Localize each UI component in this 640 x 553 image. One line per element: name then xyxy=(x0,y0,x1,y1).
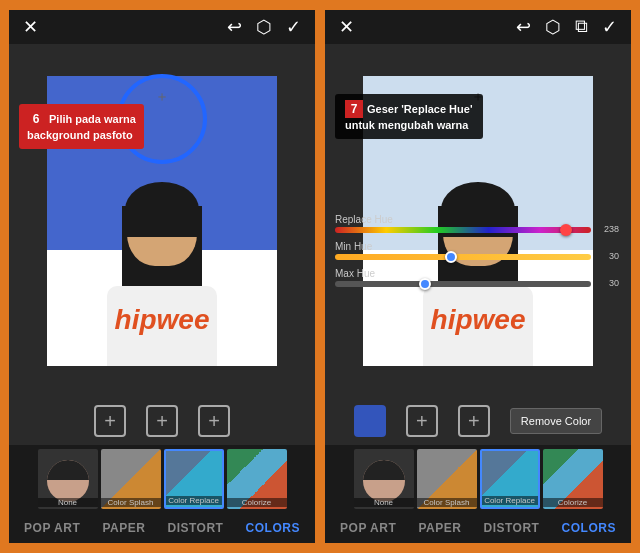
thumb-label-colorize-left: Colorize xyxy=(227,498,287,507)
thumbnails-right: None Color Splash Color Replace Colorize xyxy=(325,445,631,513)
check-icon-left[interactable]: ✓ xyxy=(286,16,301,38)
thumb-label-replace-left: Color Replace xyxy=(166,496,222,505)
tooltip-right: 7Geser 'Replace Hue'untuk mengubah warna xyxy=(335,94,483,139)
slider-value-min-hue: 30 xyxy=(609,251,619,261)
close-icon-right[interactable]: ✕ xyxy=(339,16,354,38)
bottom-tabs-right: POP ART PAPER DISTORT COLORS xyxy=(325,513,631,543)
tab-pop-art-left[interactable]: POP ART xyxy=(24,521,80,535)
tab-paper-left[interactable]: PAPER xyxy=(102,521,145,535)
hipwee-logo-left: hipwee xyxy=(115,304,210,336)
slider-row-max-hue: Max Hue 30 xyxy=(335,268,621,287)
shape-icon-left[interactable]: ⬡ xyxy=(256,16,272,38)
close-icon-left[interactable]: ✕ xyxy=(23,16,38,38)
thumbnails-left: None Color Splash Color Replace Colorize xyxy=(9,445,315,513)
slider-thumb-min-hue[interactable] xyxy=(445,251,457,263)
step-badge-right: 7 xyxy=(345,100,363,118)
sliders-area: Replace Hue 238 Min Hue 30 Max Hue xyxy=(335,214,621,295)
top-bar-right-icons-right: ↩ ⬡ ⧉ ✓ xyxy=(516,16,617,38)
add-button-right-2[interactable]: + xyxy=(458,405,490,437)
thumb-face-left xyxy=(47,460,89,502)
thumb-label-colorize-right: Colorize xyxy=(543,498,603,507)
thumb-label-none-right: None xyxy=(354,498,414,507)
thumb-replace-right[interactable]: Color Replace xyxy=(480,449,540,509)
top-bar-right: ✕ ↩ ⬡ ⧉ ✓ xyxy=(325,10,631,44)
slider-track-max-hue[interactable] xyxy=(335,281,591,287)
bottom-tabs-left: POP ART PAPER DISTORT COLORS xyxy=(9,513,315,543)
tab-pop-art-right[interactable]: POP ART xyxy=(340,521,396,535)
thumb-splash-left[interactable]: Color Splash xyxy=(101,449,161,509)
add-button-right-1[interactable]: + xyxy=(406,405,438,437)
step-badge-left: 6 xyxy=(27,110,45,128)
slider-label-max-hue: Max Hue xyxy=(335,268,621,279)
slider-label-min-hue: Min Hue xyxy=(335,241,621,252)
thumb-splash-right[interactable]: Color Splash xyxy=(417,449,477,509)
slider-thumb-replace-hue[interactable] xyxy=(560,224,572,236)
tab-colors-right[interactable]: COLORS xyxy=(562,521,616,535)
thumb-colorize-left[interactable]: Colorize xyxy=(227,449,287,509)
photo-area-right: ＋ hipwee 7Geser 'Replace Hue'untuk mengu… xyxy=(325,44,631,397)
bottom-controls-right: + + Remove Color xyxy=(325,397,631,445)
thumb-colorize-right[interactable]: Colorize xyxy=(543,449,603,509)
hair-left xyxy=(125,182,199,237)
hipwee-logo-right: hipwee xyxy=(431,304,526,336)
top-bar-right-icons-left: ↩ ⬡ ✓ xyxy=(227,16,301,38)
top-bar-left: ✕ ↩ ⬡ ✓ xyxy=(9,10,315,44)
add-button-left-1[interactable]: + xyxy=(94,405,126,437)
thumb-label-splash-right: Color Splash xyxy=(417,498,477,507)
color-swatch-right[interactable] xyxy=(354,405,386,437)
tab-distort-left[interactable]: DISTORT xyxy=(167,521,223,535)
add-button-left-3[interactable]: + xyxy=(198,405,230,437)
slider-value-max-hue: 30 xyxy=(609,278,619,288)
tab-colors-left[interactable]: COLORS xyxy=(246,521,300,535)
thumb-label-none-left: None xyxy=(38,498,98,507)
undo-icon-left[interactable]: ↩ xyxy=(227,16,242,38)
slider-label-replace-hue: Replace Hue xyxy=(335,214,621,225)
thumb-replace-left[interactable]: Color Replace xyxy=(164,449,224,509)
undo-icon-right[interactable]: ↩ xyxy=(516,16,531,38)
tooltip-left: 6Pilih pada warnabackground pasfoto xyxy=(19,104,144,149)
slider-value-replace-hue: 238 xyxy=(604,224,619,234)
thumb-label-splash-left: Color Splash xyxy=(101,498,161,507)
add-button-left-2[interactable]: + xyxy=(146,405,178,437)
slider-track-replace-hue[interactable] xyxy=(335,227,591,233)
slider-row-replace-hue: Replace Hue 238 xyxy=(335,214,621,233)
shape-icon-right[interactable]: ⬡ xyxy=(545,16,561,38)
slider-track-min-hue[interactable] xyxy=(335,254,591,260)
thumb-label-replace-right: Color Replace xyxy=(482,496,538,505)
left-panel: ✕ ↩ ⬡ ✓ ＋ hipwee ← 6Pilih pada warnaback… xyxy=(9,10,315,543)
slider-row-min-hue: Min Hue 30 xyxy=(335,241,621,260)
bottom-controls-left: + + + xyxy=(9,397,315,445)
copy-icon-right[interactable]: ⧉ xyxy=(575,16,588,38)
right-panel: ✕ ↩ ⬡ ⧉ ✓ ＋ hipwee 7Geser 'Replace Hue'u… xyxy=(325,10,631,543)
photo-area-left: ＋ hipwee ← 6Pilih pada warnabackground p… xyxy=(9,44,315,397)
check-icon-right[interactable]: ✓ xyxy=(602,16,617,38)
thumb-none-left[interactable]: None xyxy=(38,449,98,509)
thumb-none-right[interactable]: None xyxy=(354,449,414,509)
remove-color-button[interactable]: Remove Color xyxy=(510,408,602,434)
tab-paper-right[interactable]: PAPER xyxy=(418,521,461,535)
thumb-face-right xyxy=(363,460,405,502)
tab-distort-right[interactable]: DISTORT xyxy=(483,521,539,535)
slider-thumb-max-hue[interactable] xyxy=(419,278,431,290)
